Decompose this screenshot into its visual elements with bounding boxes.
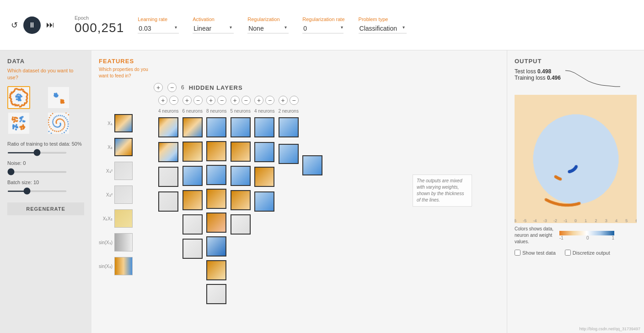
layer-2-remove-neuron[interactable]: −: [193, 96, 203, 105]
remove-layer-button[interactable]: −: [167, 83, 177, 92]
layer-5-neuron-1[interactable]: [254, 117, 274, 137]
layer-5-neuron-4[interactable]: [254, 191, 274, 212]
epoch-section: Epoch 000,251: [75, 15, 124, 35]
activation-select[interactable]: Linear ReLU Tanh Sigmoid: [193, 24, 234, 33]
feature-node-sinx2[interactable]: [114, 257, 133, 275]
regenerate-button[interactable]: REGENERATE: [7, 202, 84, 215]
layer-3-neuron-2[interactable]: [206, 141, 226, 161]
layer-1-count: 4 neurons: [158, 109, 178, 114]
discretize-checkbox[interactable]: [565, 250, 571, 256]
layer-1-remove-neuron[interactable]: −: [169, 96, 178, 105]
loss-values: Test loss 0.498 Training loss 0.496: [515, 68, 561, 81]
problem-type-label: Problem type: [359, 16, 407, 22]
reg-rate-select[interactable]: 0 0.001 0.003 0.01 0.03 0.1 0.3 1 3 10: [302, 24, 343, 33]
layer-4-add-neuron[interactable]: +: [231, 96, 240, 105]
layer-5-neuron-2[interactable]: [254, 142, 274, 162]
layer-3-neuron-5[interactable]: [206, 213, 226, 233]
layer-2-neuron-4[interactable]: [182, 190, 203, 210]
show-test-checkbox[interactable]: [515, 250, 521, 256]
layer-3-neuron-4[interactable]: [206, 189, 226, 209]
reg-rate-wrapper[interactable]: 0 0.001 0.003 0.01 0.03 0.1 0.3 1 3 10: [302, 24, 344, 33]
layer-6-add-neuron[interactable]: +: [279, 96, 288, 105]
train-loss: Training loss 0.496: [515, 75, 561, 81]
layer-1: + − 4 neurons: [158, 96, 178, 212]
layer-2-neuron-5[interactable]: [182, 214, 203, 235]
learning-rate-select[interactable]: 0.03 0.001 0.01 0.1 1 3 10: [138, 24, 179, 33]
layer-4-neuron-5[interactable]: [231, 214, 251, 235]
noise-slider[interactable]: [7, 171, 67, 173]
step-button[interactable]: ⏭: [44, 18, 56, 32]
learning-rate-param: Learning rate 0.03 0.001 0.01 0.1 1 3 10: [138, 16, 179, 33]
batch-slider-section: Batch size: 10: [7, 180, 84, 193]
layer-6: + − 2 neurons: [278, 96, 298, 164]
batch-slider[interactable]: [7, 191, 67, 192]
layer-1-neuron-4[interactable]: [158, 191, 178, 212]
layer-2-add-neuron[interactable]: +: [182, 96, 192, 105]
layer-2-neuron-2[interactable]: [182, 142, 203, 162]
dataset-xor[interactable]: [7, 112, 30, 135]
layer-3-neuron-6[interactable]: [206, 236, 226, 257]
dataset-circle[interactable]: [7, 86, 30, 109]
problem-type-param: Problem type Classification Regression: [359, 16, 407, 33]
layer-2-neuron-6[interactable]: [182, 239, 203, 259]
toolbar: ↺ ⏸ ⏭ Epoch 000,251 Learning rate 0.03 0…: [0, 0, 644, 50]
feature-node-sinx1[interactable]: [114, 233, 133, 251]
layer-3-remove-neuron[interactable]: −: [217, 96, 226, 105]
layer-3-neuron-1[interactable]: [206, 117, 226, 137]
output-node[interactable]: [302, 155, 322, 175]
show-test-label[interactable]: Show test data: [515, 250, 556, 256]
layer-2-neuron-1[interactable]: [182, 117, 203, 137]
feature-node-x2[interactable]: [114, 138, 133, 156]
layer-2-neuron-3[interactable]: [182, 166, 203, 186]
layer-3-add-neuron[interactable]: +: [206, 96, 215, 105]
regularization-wrapper[interactable]: None L1 L2: [247, 24, 289, 33]
layer-3-controls: + −: [206, 96, 226, 105]
layer-1-neuron-3[interactable]: [158, 167, 178, 187]
feature-x1: X₁: [99, 112, 149, 134]
layer-3-neuron-3[interactable]: [206, 165, 226, 185]
dataset-clusters[interactable]: [47, 86, 70, 109]
add-layer-button[interactable]: +: [154, 83, 163, 92]
layer-4-remove-neuron[interactable]: −: [242, 96, 251, 105]
feature-x2: X₂: [99, 136, 149, 158]
layer-4-neuron-3[interactable]: [231, 166, 251, 186]
feature-node-x22[interactable]: [114, 186, 133, 204]
layer-3-neuron-8[interactable]: [206, 284, 226, 304]
feature-node-x12[interactable]: [114, 162, 133, 180]
pause-button[interactable]: ⏸: [23, 16, 41, 34]
epoch-value: 000,251: [75, 21, 124, 35]
epoch-label: Epoch: [75, 15, 124, 21]
learning-rate-wrapper[interactable]: 0.03 0.001 0.01 0.1 1 3 10: [138, 24, 179, 33]
feature-node-x1x2[interactable]: [114, 209, 133, 228]
problem-type-wrapper[interactable]: Classification Regression: [359, 24, 407, 33]
layer-3-neuron-7[interactable]: [206, 260, 226, 280]
layer-5-add-neuron[interactable]: +: [254, 96, 263, 105]
layer-6-neuron-1[interactable]: [279, 117, 299, 137]
feature-sinx2: sin(X₂): [99, 255, 149, 277]
layer-4-neuron-1[interactable]: [231, 117, 251, 137]
dataset-spiral[interactable]: [47, 112, 70, 135]
layer-2-controls: + −: [182, 96, 203, 105]
layer-1-neuron-1[interactable]: [158, 117, 178, 137]
reset-button[interactable]: ↺: [9, 18, 20, 32]
layer-6-remove-neuron[interactable]: −: [290, 96, 299, 105]
ratio-slider[interactable]: [7, 152, 67, 153]
layer-4-neuron-2[interactable]: [231, 142, 251, 162]
layer-6-controls: + −: [279, 96, 299, 105]
layer-1-neuron-2[interactable]: [158, 142, 178, 162]
feature-node-x1[interactable]: [114, 114, 133, 132]
layer-6-neuron-2[interactable]: [279, 144, 299, 164]
noise-label: Noise: 0: [7, 160, 84, 166]
layer-5-remove-neuron[interactable]: −: [265, 96, 274, 105]
layer-1-add-neuron[interactable]: +: [158, 96, 167, 105]
loss-row: Test loss 0.498 Training loss 0.496: [515, 68, 637, 91]
features-column: X₁ X₂ X₁² X₂² X₁X₂: [99, 83, 149, 277]
layer-5-neuron-3[interactable]: [254, 167, 274, 187]
discretize-label[interactable]: Discretize output: [565, 250, 610, 256]
layer-4-controls: + −: [231, 96, 251, 105]
layer-4-neuron-4[interactable]: [231, 190, 251, 210]
problem-type-select[interactable]: Classification Regression: [359, 24, 407, 33]
features-title: FEATURES: [99, 58, 154, 65]
activation-wrapper[interactable]: Linear ReLU Tanh Sigmoid: [193, 24, 234, 33]
regularization-select[interactable]: None L1 L2: [247, 24, 289, 33]
